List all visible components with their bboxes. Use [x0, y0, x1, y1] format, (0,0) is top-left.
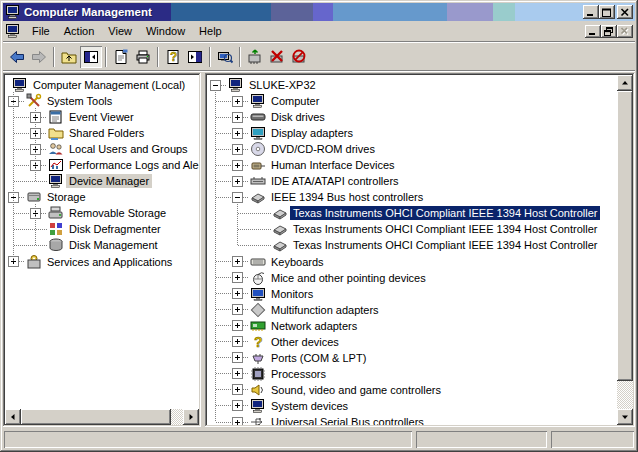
uninstall-device-button[interactable]: [266, 46, 288, 68]
scrollbar-thumb[interactable]: [617, 91, 633, 381]
tree-item[interactable]: Computer: [207, 93, 617, 109]
tree-item[interactable]: System devices: [207, 398, 617, 414]
tree-item[interactable]: Sound, video and game controllers: [207, 382, 617, 398]
tree-item[interactable]: Human Interface Devices: [207, 157, 617, 173]
expand-plus-icon[interactable]: [232, 256, 243, 267]
vertical-scrollbar[interactable]: [617, 75, 633, 425]
menu-action[interactable]: Action: [57, 23, 102, 39]
menu-window[interactable]: Window: [139, 23, 192, 39]
expand-plus-icon[interactable]: [232, 96, 243, 107]
menu-help[interactable]: Help: [192, 23, 229, 39]
tree-connector: [243, 181, 249, 182]
expand-plus-icon[interactable]: [232, 288, 243, 299]
tree-item[interactable]: Texas Instruments OHCI Compliant IEEE 13…: [207, 205, 617, 221]
help-docs-button[interactable]: ?: [162, 46, 184, 68]
computer-management-window: Computer Management FileActionViewWindow…: [0, 0, 638, 452]
forward-icon: [31, 49, 47, 65]
uninstall-device-icon: [269, 49, 285, 65]
tree-item[interactable]: Processors: [207, 366, 617, 382]
tree-item[interactable]: Ports (COM & LPT): [207, 350, 617, 366]
back-button[interactable]: [6, 46, 28, 68]
close-icon: [620, 8, 630, 17]
scroll-left-button[interactable]: [5, 409, 21, 425]
tree-item[interactable]: Computer Management (Local): [5, 77, 199, 93]
expand-plus-icon[interactable]: [232, 368, 243, 379]
tree-item[interactable]: Services and Applications: [5, 254, 199, 270]
expand-plus-icon[interactable]: [232, 112, 243, 123]
network-icon: [250, 318, 266, 334]
expand-plus-icon[interactable]: [232, 128, 243, 139]
tree-label: Services and Applications: [44, 255, 175, 269]
scan-hardware-button[interactable]: [214, 46, 236, 68]
tree-item[interactable]: Display adapters: [207, 125, 617, 141]
tree-item[interactable]: Universal Serial Bus controllers: [207, 414, 617, 425]
tree-item[interactable]: Storage: [5, 189, 199, 205]
tree-connector: [238, 245, 271, 246]
tree-item[interactable]: ?Other devices: [207, 334, 617, 350]
close-button[interactable]: [617, 5, 633, 19]
tools-icon: [26, 93, 42, 109]
expand-plus-icon[interactable]: [232, 176, 243, 187]
maximize-button[interactable]: [599, 5, 615, 19]
show-hide-console-tree-button[interactable]: [80, 46, 102, 68]
minimize-button[interactable]: [583, 5, 599, 19]
tree-item[interactable]: Multifunction adapters: [207, 302, 617, 318]
scroll-up-button[interactable]: [617, 75, 633, 91]
expand-plus-icon[interactable]: [232, 272, 243, 283]
menu-view[interactable]: View: [101, 23, 139, 39]
tree-item[interactable]: SLUKE-XP32: [207, 77, 617, 93]
mdi-minimize-button[interactable]: [585, 25, 601, 38]
tree-item[interactable]: IDE ATA/ATAPI controllers: [207, 173, 617, 189]
expand-plus-icon[interactable]: [232, 144, 243, 155]
tree-item[interactable]: IEEE 1394 Bus host controllers: [207, 189, 617, 205]
expand-plus-icon[interactable]: [232, 400, 243, 411]
collapse-minus-icon[interactable]: [232, 192, 243, 203]
expand-plus-icon[interactable]: [232, 304, 243, 315]
svg-text:?: ?: [254, 334, 263, 350]
tree-item[interactable]: Monitors: [207, 286, 617, 302]
menu-file[interactable]: File: [25, 23, 57, 39]
disable-device-button[interactable]: [288, 46, 310, 68]
expand-plus-icon[interactable]: [232, 336, 243, 347]
mdi-system-menu-icon[interactable]: [5, 23, 21, 39]
svg-text:?: ?: [170, 50, 177, 64]
tree-connector: [216, 309, 232, 310]
show-hide-action-pane-button[interactable]: [184, 46, 206, 68]
scrollbar-thumb[interactable]: [21, 409, 171, 425]
tree-item[interactable]: Texas Instruments OHCI Compliant IEEE 13…: [207, 221, 617, 237]
tree-item[interactable]: System Tools: [5, 93, 199, 109]
computer-icon: [12, 77, 28, 93]
expand-plus-icon[interactable]: [232, 352, 243, 363]
mdi-close-button[interactable]: [617, 25, 633, 38]
expand-plus-icon[interactable]: [232, 384, 243, 395]
up-one-level-button[interactable]: [58, 46, 80, 68]
expand-plus-icon[interactable]: [232, 160, 243, 171]
tree-label: Computer: [268, 94, 322, 108]
tree-item[interactable]: Network adapters: [207, 318, 617, 334]
tree-connector: [14, 229, 47, 230]
collapse-minus-icon[interactable]: [210, 80, 221, 91]
tree-connector: [216, 373, 232, 374]
tree-connector: [243, 165, 249, 166]
tree-item[interactable]: Mice and other pointing devices: [207, 270, 617, 286]
properties-button[interactable]: [110, 46, 132, 68]
print-button[interactable]: [132, 46, 154, 68]
expand-plus-icon[interactable]: [232, 417, 243, 426]
scroll-right-button[interactable]: [183, 409, 199, 425]
horizontal-scrollbar[interactable]: [5, 409, 199, 425]
scrollbar-track[interactable]: [617, 381, 633, 409]
scroll-down-button[interactable]: [617, 409, 633, 425]
mdi-restore-button[interactable]: [601, 25, 617, 38]
print-icon: [135, 49, 151, 65]
tree-connector: [243, 341, 249, 342]
tree-label: Removable Storage: [66, 206, 169, 220]
tree-item[interactable]: Texas Instruments OHCI Compliant IEEE 13…: [207, 237, 617, 253]
tree-item[interactable]: Keyboards: [207, 254, 617, 270]
update-driver-button[interactable]: [244, 46, 266, 68]
tree-item[interactable]: Disk drives: [207, 109, 617, 125]
scrollbar-track[interactable]: [171, 409, 183, 425]
tree-item[interactable]: DVD/CD-ROM drives: [207, 141, 617, 157]
ieee1394-icon: [272, 237, 288, 253]
expand-plus-icon[interactable]: [232, 320, 243, 331]
usb-icon: [250, 414, 266, 425]
